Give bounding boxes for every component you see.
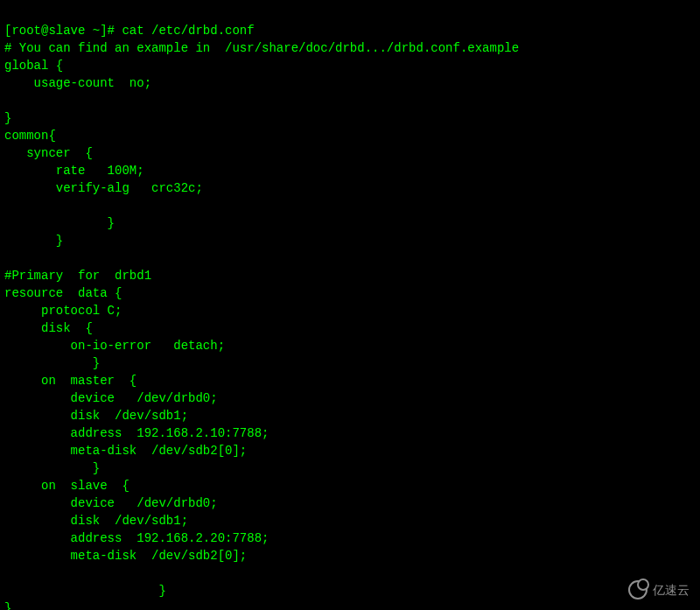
file-line: } (4, 111, 11, 125)
file-line: #Primary for drbd1 (4, 269, 151, 283)
file-line: usage-count no; (4, 76, 151, 90)
file-line: common{ (4, 129, 56, 143)
file-line: meta-disk /dev/sdb2[0]; (4, 444, 247, 458)
watermark-text: 亿速云 (653, 581, 690, 599)
watermark: 亿速云 (628, 580, 690, 599)
file-line: syncer { (4, 146, 93, 160)
file-line: disk /dev/sdb1; (4, 409, 188, 423)
file-line: verify-alg crc32c; (4, 181, 203, 195)
file-line: address 192.168.2.10:7788; (4, 426, 269, 440)
file-line: } (4, 584, 166, 598)
file-line: device /dev/drbd0; (4, 496, 218, 510)
file-line: disk /dev/sdb1; (4, 514, 188, 528)
file-line: } (4, 461, 100, 475)
file-line: device /dev/drbd0; (4, 391, 218, 405)
file-line: rate 100M; (4, 164, 144, 178)
file-line: resource data { (4, 286, 122, 300)
file-line: disk { (4, 321, 93, 335)
shell-prompt-1: [root@slave ~]# (4, 24, 122, 38)
file-line: # You can find an example in /usr/share/… (4, 41, 519, 55)
command-text: cat /etc/drbd.conf (122, 24, 254, 38)
file-line: } (4, 216, 115, 230)
file-line: on-io-error detach; (4, 339, 225, 353)
file-line: } (4, 601, 11, 610)
watermark-logo-icon (628, 580, 648, 599)
file-line: } (4, 234, 63, 248)
file-line: on slave { (4, 479, 130, 493)
file-line: global { (4, 59, 63, 73)
file-line: meta-disk /dev/sdb2[0]; (4, 549, 247, 563)
file-line: protocol C; (4, 304, 122, 318)
file-line: address 192.168.2.20:7788; (4, 531, 269, 545)
terminal-output: [root@slave ~]# cat /etc/drbd.conf # You… (0, 0, 700, 610)
file-line: } (4, 356, 100, 370)
file-line: on master { (4, 374, 136, 388)
